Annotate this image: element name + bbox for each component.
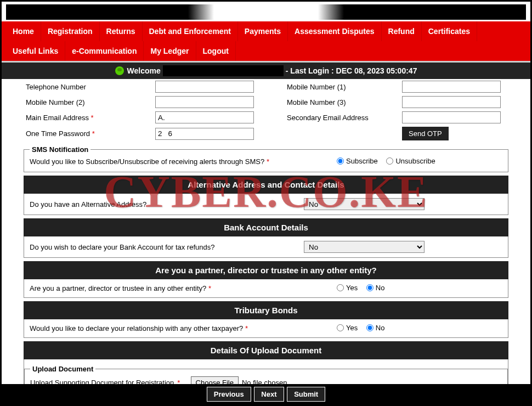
alt-address-question: Do you have an Alternative Address? xyxy=(30,200,304,208)
username-redacted xyxy=(163,65,284,76)
mobile3-input[interactable] xyxy=(402,96,501,108)
partner-no-label: No xyxy=(376,284,385,292)
partner-yes-label: Yes xyxy=(346,284,358,292)
header-strip xyxy=(6,4,526,20)
upload-header: Details Of Upload Document xyxy=(24,341,508,359)
otp-input[interactable] xyxy=(155,128,254,140)
trib-no-radio[interactable] xyxy=(366,324,373,331)
nav-links[interactable]: Useful Links xyxy=(6,41,65,61)
partner-header: Are you a partner, director or trustee i… xyxy=(24,261,508,279)
trib-no-label: No xyxy=(376,324,385,332)
email2-input[interactable] xyxy=(402,111,501,123)
alt-address-header: Alternative Address and Contact Details xyxy=(24,176,508,194)
sms-legend: SMS Notification xyxy=(30,145,90,154)
required-marker: * xyxy=(267,157,269,166)
partner-question: Are you a partner, director or trustee i… xyxy=(30,284,208,292)
welcome-bar: Welcome - Last Login : DEC 08, 2023 05:0… xyxy=(2,63,530,79)
bank-header: Bank Account Details xyxy=(24,218,508,236)
partner-no-radio[interactable] xyxy=(366,284,373,291)
sms-question: Would you like to Subscribe/Unsubscribe … xyxy=(30,157,267,166)
previous-button[interactable]: Previous xyxy=(207,387,251,402)
nav-disputes[interactable]: Assessment Disputes xyxy=(288,21,382,41)
email-label: Main Email Address xyxy=(26,114,91,122)
nav-registration[interactable]: Registration xyxy=(41,21,100,41)
nav-home[interactable]: Home xyxy=(6,21,41,41)
last-login: - Last Login : DEC 08, 2023 05:00:47 xyxy=(286,66,417,75)
trib-yes-label: Yes xyxy=(346,324,358,332)
sms-unsubscribe-radio[interactable] xyxy=(386,157,393,165)
mobile2-label: Mobile Number (2) xyxy=(24,98,155,106)
required-marker: * xyxy=(245,324,248,332)
main-nav: Home Registration Returns Debt and Enfor… xyxy=(2,21,530,63)
nav-returns[interactable]: Returns xyxy=(100,21,143,41)
nav-refund[interactable]: Refund xyxy=(382,21,422,41)
nav-ledger[interactable]: My Ledger xyxy=(144,41,196,61)
nav-ecomm[interactable]: e-Communication xyxy=(65,41,144,61)
mobile2-input[interactable] xyxy=(155,96,254,108)
telephone-label: Telephone Number xyxy=(24,83,155,91)
nav-debt[interactable]: Debt and Enforcement xyxy=(143,21,238,41)
alt-address-select[interactable]: No xyxy=(304,198,425,210)
required-marker: * xyxy=(91,114,94,122)
bank-select[interactable]: No xyxy=(304,241,425,253)
send-otp-button[interactable]: Send OTP xyxy=(402,127,449,140)
tributary-header: Tributary Bonds xyxy=(24,301,508,319)
mobile1-input[interactable] xyxy=(402,81,501,93)
sms-subscribe-radio[interactable] xyxy=(337,157,344,165)
mobile1-label: Mobile Number (1) xyxy=(265,83,402,91)
footer-buttons: Previous Next Submit xyxy=(2,384,530,404)
sms-fieldset: SMS Notification Would you like to Subsc… xyxy=(24,145,508,172)
upload-legend: Upload Document xyxy=(30,365,95,373)
bank-question: Do you wish to declare your Bank Account… xyxy=(30,243,304,251)
next-button[interactable]: Next xyxy=(254,387,284,402)
otp-label: One Time Password xyxy=(26,129,92,138)
user-icon xyxy=(115,66,124,75)
partner-yes-radio[interactable] xyxy=(337,284,344,291)
required-marker: * xyxy=(208,284,211,292)
nav-payments[interactable]: Payments xyxy=(238,21,288,41)
tributary-question: Would you like to declare your relations… xyxy=(30,324,245,332)
nav-logout[interactable]: Logout xyxy=(196,41,236,61)
trib-yes-radio[interactable] xyxy=(337,324,344,331)
submit-button[interactable]: Submit xyxy=(287,387,325,402)
welcome-prefix: Welcome xyxy=(127,66,161,75)
mobile3-label: Mobile Number (3) xyxy=(265,98,402,106)
email2-label: Secondary Email Address xyxy=(265,114,402,122)
email-input[interactable] xyxy=(155,111,254,123)
required-marker: * xyxy=(92,129,95,138)
nav-certificates[interactable]: Certificates xyxy=(422,21,477,41)
sms-unsubscribe-label: Unsubscribe xyxy=(395,157,435,165)
telephone-input[interactable] xyxy=(155,81,254,93)
sms-subscribe-label: Subscribe xyxy=(346,157,378,165)
